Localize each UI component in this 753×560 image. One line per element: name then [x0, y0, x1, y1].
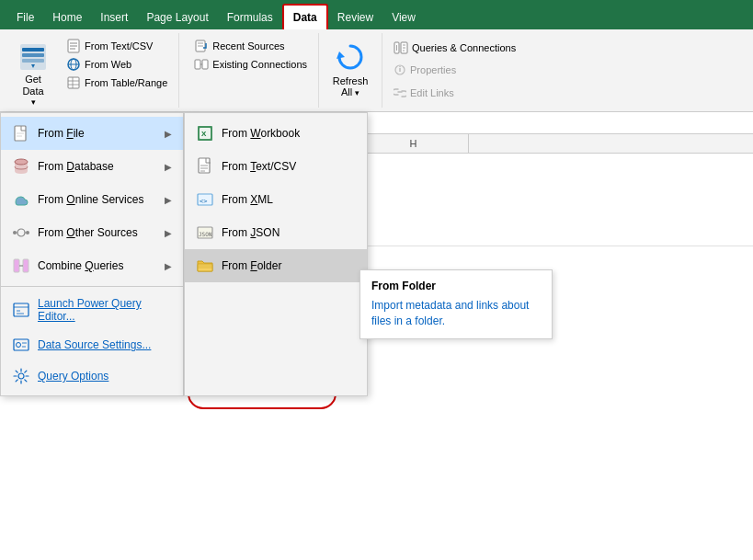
get-data-group: GetData ▾ From Text/CSV From Web: [0, 33, 179, 108]
from-folder-label: From Folder: [222, 259, 356, 272]
tab-insert[interactable]: Insert: [91, 6, 137, 29]
tab-file[interactable]: File: [7, 6, 43, 29]
combine-icon: [12, 257, 30, 275]
menu-separator-1: [1, 286, 183, 287]
menu-item-from-workbook[interactable]: X From Workbook: [185, 117, 367, 150]
svg-text:X: X: [201, 130, 207, 138]
svg-text:JSON: JSON: [199, 231, 212, 237]
col-header-h: H: [359, 134, 469, 153]
other-sources-icon: [12, 223, 30, 242]
from-other-arrow: ▶: [165, 228, 172, 238]
from-online-arrow: ▶: [165, 195, 172, 205]
table-icon: [66, 75, 81, 90]
menu-item-from-file[interactable]: From File ▶: [1, 117, 183, 150]
svg-rect-3: [22, 59, 44, 63]
tooltip-description: Import metadata and links about files in…: [371, 298, 541, 329]
queries-group: Queries & Connections Properties Edit Li…: [382, 33, 527, 108]
query-options-label: Query Options: [38, 370, 108, 383]
data-source-settings-icon: [12, 336, 30, 354]
svg-point-39: [13, 231, 17, 234]
combine-queries-label: Combine Queries: [38, 259, 157, 272]
edit-links-btn: Edit Links: [390, 85, 519, 101]
get-data-label: GetData: [22, 74, 43, 97]
from-table-btn[interactable]: From Table/Range: [63, 74, 171, 92]
xml-icon: <>: [196, 190, 214, 209]
from-xml-label: From XML: [222, 193, 356, 206]
menu-item-from-online[interactable]: From Online Services ▶: [1, 183, 183, 216]
svg-rect-20: [202, 60, 208, 69]
menu-item-from-xml[interactable]: <> From XML: [185, 183, 367, 216]
launch-pqe-label: Launch Power Query Editor...: [38, 297, 172, 323]
svg-point-54: [18, 373, 24, 379]
launch-pqe-btn[interactable]: Launch Power Query Editor...: [1, 291, 183, 329]
svg-rect-2: [22, 53, 44, 57]
queries-connections-label: Queries & Connections: [412, 42, 516, 53]
tab-formulas[interactable]: Formulas: [218, 6, 282, 29]
from-table-label: From Table/Range: [85, 77, 167, 88]
from-web-label: From Web: [85, 59, 131, 70]
from-text-csv-label: From Text/CSV: [222, 160, 356, 173]
refresh-all-icon: [332, 39, 369, 75]
existing-connections-label: Existing Connections: [212, 59, 307, 70]
svg-point-38: [17, 229, 25, 236]
svg-rect-43: [14, 259, 19, 272]
data-source-settings-btn[interactable]: Data Source Settings...: [1, 329, 183, 360]
svg-point-31: [399, 66, 401, 68]
svg-rect-12: [68, 77, 79, 88]
refresh-group: Refresh All ▾: [319, 33, 382, 108]
get-data-icon: [17, 40, 50, 74]
tab-page-layout[interactable]: Page Layout: [137, 6, 217, 29]
menu-item-from-database[interactable]: From Database ▶: [1, 150, 183, 183]
tab-data[interactable]: Data: [282, 4, 328, 29]
get-data-button[interactable]: GetData ▾: [7, 37, 59, 110]
existing-connections-icon: [194, 57, 209, 72]
from-text-csv-btn[interactable]: From Text/CSV: [63, 37, 171, 55]
get-data-small-buttons: From Text/CSV From Web From Table/Range: [63, 37, 171, 92]
from-file-arrow: ▶: [165, 129, 172, 139]
pqe-icon: [12, 301, 30, 319]
refresh-all-label: Refresh: [333, 75, 369, 86]
ribbon-tabs: File Home Insert Page Layout Formulas Da…: [0, 0, 753, 29]
svg-marker-22: [337, 51, 345, 59]
recent-sources-btn[interactable]: Recent Sources: [190, 37, 311, 55]
svg-rect-44: [23, 259, 29, 272]
queries-icon: [394, 41, 408, 54]
from-json-label: From JSON: [222, 226, 356, 239]
edit-links-icon: [394, 86, 406, 99]
from-web-btn[interactable]: From Web: [63, 55, 171, 74]
query-options-icon: [12, 367, 30, 385]
workbook-icon: X: [196, 124, 214, 143]
menu-item-from-json[interactable]: JSON From JSON: [185, 216, 367, 249]
menu-item-combine[interactable]: Combine Queries ▶: [1, 249, 183, 282]
refresh-all-button[interactable]: Refresh All ▾: [326, 37, 374, 99]
ribbon: GetData ▾ From Text/CSV From Web: [0, 29, 753, 112]
existing-connections-btn[interactable]: Existing Connections: [190, 55, 311, 74]
text-csv-icon: [66, 39, 81, 53]
web-icon: [66, 57, 81, 72]
tab-view[interactable]: View: [382, 6, 425, 29]
combine-arrow: ▶: [165, 261, 172, 271]
from-workbook-label: From Workbook: [222, 127, 356, 140]
menu-item-from-folder[interactable]: From Folder: [185, 249, 367, 282]
svg-point-51: [17, 343, 21, 348]
svg-text:<>: <>: [200, 198, 207, 205]
queries-connections-btn[interactable]: Queries & Connections: [390, 40, 519, 56]
menu-item-from-text-csv[interactable]: From Text/CSV: [185, 150, 367, 183]
menu-item-from-other[interactable]: From Other Sources ▶: [1, 216, 183, 249]
from-database-arrow: ▶: [165, 162, 172, 172]
from-database-label: From Database: [38, 160, 157, 173]
from-folder-tooltip: From Folder Import metadata and links ab…: [359, 269, 553, 339]
get-data-dropdown-arrow: ▾: [31, 97, 36, 107]
svg-rect-19: [195, 60, 200, 69]
recent-sources-icon: [194, 39, 209, 53]
from-text-csv-label: From Text/CSV: [85, 40, 153, 51]
properties-icon: [394, 63, 406, 76]
properties-label: Properties: [410, 64, 456, 75]
tab-review[interactable]: Review: [328, 6, 382, 29]
tab-home[interactable]: Home: [43, 6, 91, 29]
from-file-submenu: X From Workbook From Text/CSV <> From XM…: [184, 112, 368, 396]
query-options-btn[interactable]: Query Options: [1, 360, 183, 392]
svg-rect-1: [22, 48, 44, 51]
dropdown-menu-container: From File ▶ From Database ▶ From Online …: [0, 112, 368, 396]
database-icon: [12, 157, 30, 176]
